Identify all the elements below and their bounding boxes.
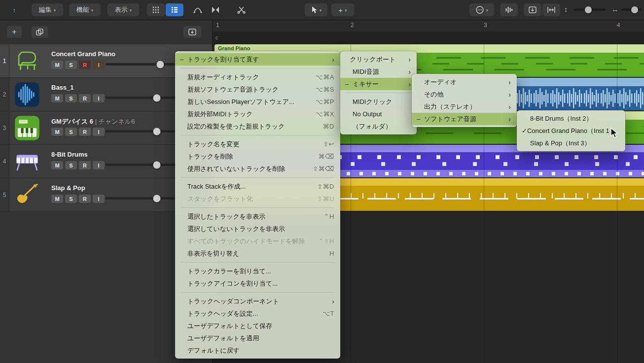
menu-item[interactable]: その他› <box>412 88 517 100</box>
item-label: ユーザデフォルトを適用 <box>187 334 259 343</box>
mute-button[interactable]: M <box>51 161 63 169</box>
bass-guitar-icon <box>14 182 40 208</box>
volume-knob[interactable] <box>153 195 160 202</box>
item-label: オーディオ <box>424 78 457 87</box>
list-view-button[interactable] <box>166 3 183 16</box>
menu-item[interactable]: –ミキサー› <box>340 78 417 90</box>
volume-knob[interactable] <box>156 61 164 68</box>
view-menu-button[interactable]: 表示 ▾ <box>107 3 139 16</box>
duplicate-track-button[interactable] <box>32 26 48 38</box>
volume-slider[interactable] <box>106 197 176 199</box>
plus-icon: + <box>12 28 16 36</box>
functions-menu-button[interactable]: 機能 ▾ <box>69 3 101 16</box>
item-shortcut: ⌃H <box>313 213 334 220</box>
volume-slider[interactable] <box>106 164 176 166</box>
menu-item[interactable]: ✓Concert Grand Piano（Inst 1） <box>517 125 625 137</box>
volume-knob[interactable] <box>153 161 160 168</box>
pointer-tool-selector[interactable]: ▾ <box>305 3 327 16</box>
menu-item[interactable]: –トラックを割り当て直す› <box>175 53 340 66</box>
menu-item[interactable]: MIDI音源› <box>340 66 417 78</box>
menu-item[interactable]: 設定の複製を使った新規トラック⌘D <box>175 120 340 132</box>
mute-button[interactable]: M <box>51 128 63 136</box>
menu-item[interactable]: 新規オーディオトラック⌥⌘A <box>175 71 340 83</box>
menu-item[interactable]: トラックアイコンを割り当て... <box>175 277 340 290</box>
menu-item[interactable]: トラック名を変更⇧↩ <box>175 138 340 150</box>
duplicate-icon <box>36 28 44 36</box>
menu-item[interactable]: ユーザデフォルトとして保存 <box>175 320 340 332</box>
grand-piano-icon <box>14 48 40 74</box>
volume-slider[interactable] <box>106 130 176 132</box>
menu-item[interactable]: 出力（ステレオ）› <box>412 100 517 113</box>
menu-item[interactable]: 選択していないトラックを非表示 <box>175 223 340 235</box>
meter-button[interactable] <box>500 3 518 16</box>
menu-item[interactable]: 非表示を切り替えH <box>175 247 340 260</box>
fit-horizontal-button[interactable] <box>542 3 560 16</box>
item-shortcut: ⌥⌘A <box>305 73 334 81</box>
menu-item[interactable]: –ソフトウェア音源› <box>412 113 517 125</box>
volume-slider[interactable] <box>106 97 176 99</box>
menu-item[interactable]: オーディオ› <box>412 76 517 88</box>
bar-ruler[interactable]: 1 2 3 4 <box>213 20 644 32</box>
catch-playhead-button[interactable] <box>524 3 541 16</box>
more-options-button[interactable]: ▾ <box>469 3 494 16</box>
record-enable-button[interactable]: R <box>79 195 91 203</box>
grid-view-button[interactable] <box>147 3 165 16</box>
solo-button[interactable]: S <box>65 161 77 169</box>
track-channel-label: | チャンネル6 <box>95 118 135 125</box>
menu-item[interactable]: 8-Bit Drums（Inst 2） <box>517 112 625 125</box>
menu-item[interactable]: デフォルトに戻す <box>175 344 340 357</box>
solo-button[interactable]: S <box>65 128 77 136</box>
menu-item[interactable]: 新しいSession Playerソフトウェア...⌥⌘P <box>175 96 340 108</box>
automation-button[interactable] <box>189 3 206 16</box>
menu-item[interactable]: No Output <box>340 108 417 120</box>
record-enable-button[interactable]: R <box>79 61 91 69</box>
record-enable-button[interactable]: R <box>79 161 91 169</box>
solo-button[interactable]: S <box>65 195 77 203</box>
mute-button[interactable]: M <box>51 94 63 102</box>
volume-knob[interactable] <box>153 128 160 135</box>
record-enable-button[interactable]: R <box>79 128 91 136</box>
menu-item[interactable]: MIDIクリック <box>340 96 417 108</box>
flex-button[interactable] <box>207 3 224 16</box>
menu-item[interactable]: トラックヘッダコンポーネント› <box>175 295 340 307</box>
input-monitor-button[interactable]: I <box>93 94 105 102</box>
menu-item[interactable]: Track Stackを作成...⇧⌘D <box>175 180 340 193</box>
item-label: （フォルダ） <box>353 122 392 131</box>
mute-button[interactable]: M <box>51 195 63 203</box>
item-shortcut: ⇧⌘⌫ <box>302 165 334 172</box>
input-monitor-button[interactable]: I <box>93 128 105 136</box>
edit-menu-button[interactable]: 編集 ▾ <box>32 3 63 16</box>
menu-item[interactable]: 新規外部MIDIトラック⌥⌘X <box>175 108 340 120</box>
horizontal-zoom-slider[interactable] <box>621 8 641 11</box>
menu-item[interactable]: クリックポート› <box>340 53 417 66</box>
catch-button[interactable] <box>183 26 201 38</box>
vertical-zoom-slider[interactable] <box>574 8 606 11</box>
bar-number: 3 <box>484 22 487 29</box>
menu-item[interactable]: ユーザデフォルトを適用 <box>175 332 340 344</box>
volume-slider[interactable] <box>106 63 176 66</box>
menu-item[interactable]: トラックを削除⌘⌫ <box>175 150 340 163</box>
menu-item[interactable]: 使用されていないトラックを削除⇧⌘⌫ <box>175 163 340 175</box>
input-monitor-button[interactable]: I <box>93 161 105 169</box>
volume-knob[interactable] <box>153 94 160 101</box>
record-enable-button[interactable]: R <box>79 94 91 102</box>
menu-item[interactable]: トラックヘッダを設定...⌥T <box>175 307 340 320</box>
menu-item[interactable]: 新規ソフトウェア音源トラック⌥⌘S <box>175 83 340 96</box>
menu-item[interactable]: Slap & Pop（Inst 3） <box>517 137 625 149</box>
menu-item[interactable]: トラックカラーを割り当て... <box>175 265 340 277</box>
split-tool-button[interactable] <box>232 3 250 16</box>
input-monitor-button[interactable]: I <box>93 61 105 69</box>
add-track-button[interactable]: + <box>7 26 22 38</box>
menu-item[interactable]: （フォルダ） <box>340 120 417 132</box>
item-label: 使用されていないトラックを削除 <box>187 165 285 173</box>
vertical-zoom-knob[interactable] <box>585 6 592 13</box>
item-label: Concert Grand Piano（Inst 1） <box>527 127 616 135</box>
input-monitor-button[interactable]: I <box>93 195 105 203</box>
menu-item[interactable]: 選択したトラックを非表示⌃H <box>175 210 340 223</box>
horizontal-zoom-knob[interactable] <box>631 6 638 13</box>
solo-button[interactable]: S <box>65 61 77 69</box>
up-arrow-button[interactable]: ↑ <box>6 3 23 16</box>
secondary-tool-selector[interactable]: + ▾ <box>331 3 354 16</box>
solo-button[interactable]: S <box>65 94 77 102</box>
mute-button[interactable]: M <box>51 61 63 69</box>
